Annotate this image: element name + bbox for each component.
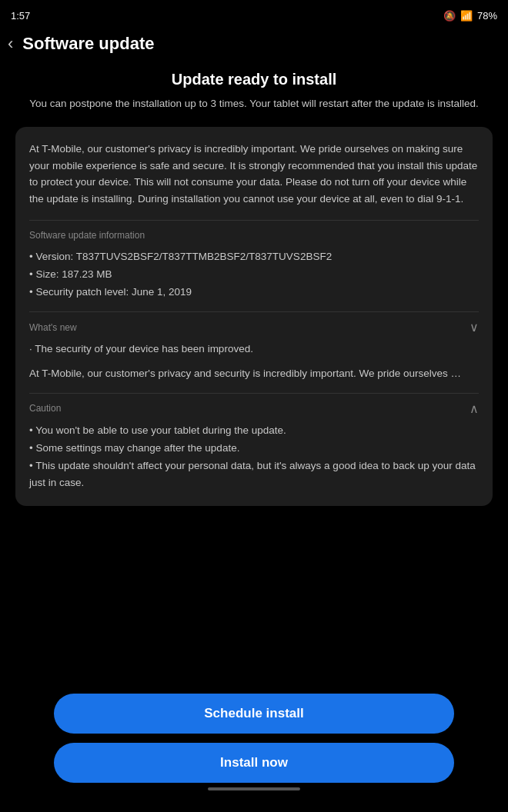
caution-item-2: Some settings may change after the updat… — [29, 440, 479, 458]
whats-new-chevron: ∨ — [470, 320, 479, 334]
caution-item-1: You won't be able to use your tablet dur… — [29, 422, 479, 440]
caution-header[interactable]: Caution ∧ — [29, 393, 479, 416]
privacy-text: At T-Mobile, our customer's privacy is i… — [29, 141, 479, 207]
status-bar: 1:57 🔕 📶 78% — [0, 0, 508, 28]
info-card: At T-Mobile, our customer's privacy is i… — [15, 127, 493, 506]
status-icons: 🔕 📶 78% — [443, 10, 497, 22]
software-info-label: Software update information — [29, 230, 479, 241]
bottom-indicator — [208, 787, 300, 790]
size-item: Size: 187.23 MB — [29, 266, 479, 284]
mute-icon: 🔕 — [443, 10, 456, 22]
whats-new-label: What's new — [29, 322, 77, 333]
battery-icon: 78% — [477, 10, 497, 22]
software-info-list: Version: T837TUVS2BSF2/T837TTMB2BSF2/T83… — [29, 248, 479, 301]
caution-label: Caution — [29, 403, 61, 414]
privacy-short-text: At T-Mobile, our customer's privacy and … — [29, 365, 479, 382]
software-info-section: Software update information Version: T83… — [29, 220, 479, 301]
whats-new-header[interactable]: What's new ∨ — [29, 311, 479, 334]
whats-new-text: · The security of your device has been i… — [29, 341, 479, 358]
top-nav: ‹ Software update — [0, 28, 508, 63]
back-button[interactable]: ‹ — [8, 34, 13, 54]
page-title: Software update — [22, 34, 154, 54]
update-subtext: You can postpone the installation up to … — [15, 96, 493, 111]
schedule-install-button[interactable]: Schedule install — [54, 694, 454, 734]
version-item: Version: T837TUVS2BSF2/T837TTMB2BSF2/T83… — [29, 248, 479, 266]
main-content: Update ready to install You can postpone… — [0, 63, 508, 506]
caution-list: You won't be able to use your tablet dur… — [29, 422, 479, 493]
wifi-icon: 📶 — [460, 10, 473, 22]
caution-item-3: This update shouldn't affect your person… — [29, 458, 479, 493]
status-time: 1:57 — [11, 10, 30, 22]
caution-chevron: ∧ — [470, 401, 479, 416]
security-patch-item: Security patch level: June 1, 2019 — [29, 284, 479, 301]
update-heading: Update ready to install — [15, 71, 493, 88]
install-now-button[interactable]: Install now — [54, 743, 454, 783]
bottom-buttons: Schedule install Install now — [0, 683, 508, 812]
